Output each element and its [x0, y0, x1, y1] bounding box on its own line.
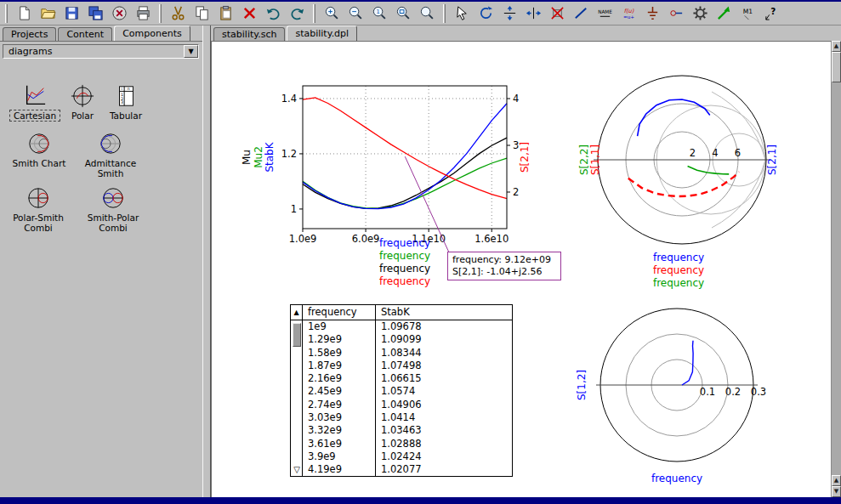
cell-stabk: 1.02424 [376, 450, 512, 463]
close-button[interactable] [108, 3, 130, 24]
zoom-one-to-one-button[interactable]: 1 [368, 3, 390, 24]
copy-icon [194, 5, 210, 21]
wire-icon [573, 5, 589, 21]
svg-text:frequency: frequency [379, 250, 430, 262]
component-grid: CartesianPolarin123TabularSmith ChartAdm… [0, 62, 202, 497]
open-button[interactable] [37, 3, 59, 24]
component-item-admittance-smith[interactable]: Admittance Smith [75, 132, 146, 178]
cut-button[interactable] [167, 3, 189, 24]
tab-stability-dpl[interactable]: stability.dpl [287, 25, 357, 41]
mirror-y-icon [526, 5, 542, 21]
svg-text:4: 4 [513, 93, 519, 105]
trace-S[2,1][interactable] [303, 98, 507, 199]
insert-equation-button[interactable]: f(u)=u+ [617, 3, 639, 24]
table-row: 1.87e91.07498 [291, 360, 512, 372]
dropdown-arrow-icon[interactable]: ▼ [184, 45, 198, 58]
svg-text:i: i [121, 87, 122, 91]
insert-label-button[interactable]: NAME [594, 3, 616, 24]
cell-frequency: 3.9e9 [303, 450, 376, 463]
zoom-in-button[interactable] [321, 3, 343, 24]
tab-components[interactable]: Components [114, 25, 190, 41]
tab-projects[interactable]: Projects [3, 27, 56, 41]
select-pointer-icon [454, 5, 470, 21]
component-item-polar[interactable]: Polar [63, 84, 102, 121]
cut-icon [170, 5, 186, 21]
new-button[interactable] [13, 3, 35, 24]
save-button[interactable] [60, 3, 82, 24]
insert-wire-button[interactable] [570, 3, 592, 24]
component-item-tabular[interactable]: in123Tabular [102, 84, 150, 121]
svg-text:frequency: frequency [651, 473, 702, 484]
polar-diagram-s12[interactable]: 0.10.20.3S[1,2]frequency [576, 309, 766, 484]
scrollbar-thumb[interactable] [832, 52, 841, 82]
cartesian-diagram-icon [10, 84, 60, 110]
rotate-button[interactable] [474, 3, 497, 24]
scroll-up-button[interactable]: ▲ [832, 41, 841, 52]
cell-frequency: 3.03e9 [303, 411, 376, 424]
component-item-label: Polar [63, 110, 102, 121]
rotate-icon [478, 5, 494, 21]
cell-stabk: 1.02077 [376, 463, 512, 476]
component-item-label: Smith Chart [7, 158, 71, 168]
polar-smith-combi-diagram[interactable]: 246S[2,2]S[1,1]S[2,1]frequencyfrequencyf… [578, 76, 778, 289]
toolbar-separator [313, 4, 315, 23]
component-item-smith-chart[interactable]: Smith Chart [7, 132, 71, 168]
delete-button[interactable] [238, 3, 260, 24]
insert-port-button[interactable] [665, 3, 687, 24]
zoom-out-icon [348, 5, 364, 21]
component-item-cartesian[interactable]: Cartesian [10, 84, 60, 121]
copy-button[interactable] [190, 3, 213, 24]
scroll-down-button[interactable]: ▼ [832, 486, 841, 497]
table-scroll-down-icon[interactable]: ▽ [291, 465, 303, 475]
trace-S[2,1][interactable] [638, 99, 710, 136]
zoom-fit-button[interactable] [392, 3, 414, 24]
panel-splitter[interactable] [202, 25, 211, 497]
svg-text:S[2,2]: S[2,2] [578, 144, 590, 175]
insert-ground-button[interactable] [641, 3, 663, 24]
tab-stability-sch[interactable]: stability.sch [213, 27, 285, 41]
component-item-polar-smith-combi[interactable]: Polar-Smith Combi [3, 186, 73, 233]
undo-button[interactable] [262, 3, 284, 24]
zoom-fit-icon [395, 5, 412, 21]
trace-S[1,2][interactable] [682, 341, 693, 385]
set-marker-button[interactable]: M1 [736, 3, 759, 24]
cell-frequency: 3.32e9 [303, 424, 376, 437]
data-display-canvas[interactable]: 1.0e96.0e91.1e101.6e1011.21.4234MuMu2Sta… [211, 41, 831, 497]
cell-stabk: 1.08344 [376, 347, 512, 360]
paste-button[interactable] [214, 3, 236, 24]
zoom-select-button[interactable] [416, 3, 438, 24]
trace-Mu[interactable] [303, 138, 507, 208]
undo-icon [265, 5, 281, 21]
tab-content[interactable]: Content [58, 27, 112, 41]
component-item-smith-polar-combi[interactable]: Smith-Polar Combi [77, 186, 150, 233]
table-row: 2.45e91.0574 [291, 385, 512, 398]
cell-frequency: 2.74e9 [303, 399, 376, 411]
print-button[interactable] [132, 3, 154, 24]
svg-text:StabK: StabK [264, 141, 276, 172]
marker-tooltip[interactable]: frequency: 9.12e+09 S[2,1]: -1.04+j2.56 [447, 252, 561, 280]
component-category-dropdown[interactable]: diagrams ▼ [3, 44, 199, 59]
simulate-button[interactable] [689, 3, 711, 24]
view-data-display-button[interactable] [713, 3, 735, 24]
scroll-up-button-2[interactable]: ▲ [832, 475, 841, 486]
marker-icon: M1 [740, 5, 756, 21]
smith-polar-combi-icon [77, 186, 150, 212]
save-all-button[interactable] [84, 3, 106, 24]
table-scroll-thumb[interactable] [293, 323, 301, 347]
cell-frequency: 1.29e9 [303, 333, 376, 346]
table-scroll-up-icon[interactable]: ▲ [291, 305, 303, 320]
trace-S[1,1][interactable] [628, 172, 739, 196]
mirror-y-button[interactable] [522, 3, 544, 24]
zoom-out-button[interactable] [344, 3, 367, 24]
data-table[interactable]: ▲frequencyStabK1e91.096781.29e91.090991.… [290, 304, 513, 477]
deactivate-button[interactable] [546, 3, 568, 24]
redo-button[interactable] [286, 3, 308, 24]
cell-stabk: 1.0574 [376, 385, 512, 398]
select-button[interactable] [451, 3, 473, 24]
mirror-x-button[interactable] [498, 3, 520, 24]
table-header: ▲frequencyStabK [291, 305, 512, 320]
vertical-scrollbar[interactable]: ▲ ▲ ▼ [831, 41, 841, 497]
window-bottom-border [0, 497, 841, 504]
whats-this-help-button[interactable]: ? [760, 3, 782, 24]
svg-text:frequency: frequency [379, 275, 430, 287]
